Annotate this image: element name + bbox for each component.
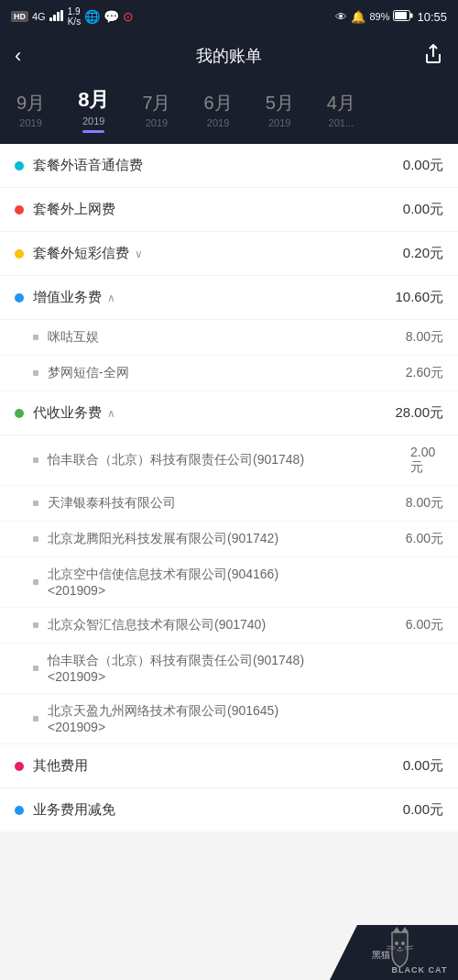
- tab-may[interactable]: 5月 2019: [249, 91, 311, 128]
- dot-other: [15, 762, 24, 771]
- tab-aug[interactable]: 8月 2019: [61, 86, 125, 133]
- status-right: 👁 🔔 89% 10:55: [335, 10, 447, 24]
- sub-label-咪咕: 咪咕互娱: [48, 329, 406, 346]
- carrier-icon: 🌐: [84, 9, 100, 24]
- app-header: ‹ 我的账单: [0, 33, 458, 79]
- tab-apr[interactable]: 4月 201...: [311, 91, 372, 128]
- label-other: 其他费用: [33, 757, 403, 775]
- dot-vas: [15, 293, 24, 303]
- svg-rect-5: [395, 12, 407, 19]
- bill-item-discount[interactable]: 业务费用减免 0.00元: [0, 788, 458, 831]
- svg-point-11: [395, 941, 398, 945]
- amount-voice: 0.00元: [403, 157, 443, 174]
- amount-vas: 10.60元: [395, 289, 443, 306]
- svg-text:BLACK CAT: BLACK CAT: [392, 965, 448, 974]
- share-button[interactable]: [423, 44, 443, 69]
- sub-amount-梦网: 2.60元: [406, 365, 443, 381]
- month-tabs: 9月 2019 8月 2019 7月 2019 6月 2019 5月 2019 …: [0, 79, 458, 144]
- label-discount: 业务费用减免: [33, 801, 403, 819]
- svg-rect-1: [53, 15, 56, 21]
- sub-item-咪咕: 咪咕互娱 8.00元: [0, 320, 458, 356]
- sub-label-tianjin: 天津银泰科技有限公司: [48, 495, 406, 512]
- app-icon-red: ⊙: [123, 9, 134, 24]
- sub-label-zhongzhi: 北京众智汇信息技术有限公司(901740): [48, 617, 406, 633]
- sub-dot-zhongzhi: [33, 622, 38, 628]
- sub-amount-zhongzhi: 6.00元: [406, 617, 443, 633]
- sub-label-kongzhong: 北京空中信使信息技术有限公司(904166)<201909>: [48, 567, 443, 598]
- svg-rect-0: [49, 17, 52, 21]
- sub-label-tianying: 北京天盈九州网络技术有限公司(901645)<201909>: [48, 703, 443, 734]
- expand-icon-sms: ∨: [135, 248, 143, 260]
- label-sms: 套餐外短彩信费 ∨: [33, 245, 403, 262]
- expand-icon-proxy: ∧: [107, 407, 115, 420]
- sub-dot-tianjin: [33, 501, 38, 506]
- amount-other: 0.00元: [403, 757, 443, 775]
- label-proxy: 代收业务费 ∧: [33, 404, 395, 422]
- alarm-icon: 🔔: [351, 10, 365, 24]
- dot-voice: [15, 161, 24, 171]
- signal-4g: 4G: [32, 11, 46, 22]
- svg-text:黑猫: 黑猫: [372, 950, 390, 960]
- sub-item-梦网: 梦网短信-全网 2.60元: [0, 356, 458, 391]
- svg-rect-2: [57, 12, 60, 21]
- sub-amount-longteng: 6.00元: [406, 531, 443, 547]
- label-voice: 套餐外语音通信费: [33, 157, 403, 174]
- sub-dot-yifeng2: [33, 666, 38, 671]
- svg-rect-6: [410, 13, 413, 17]
- dot-discount: [15, 806, 24, 815]
- speed-indicator: 1.9K/s: [68, 6, 81, 27]
- amount-discount: 0.00元: [403, 801, 443, 819]
- dot-sms: [15, 249, 24, 259]
- dot-data: [15, 205, 24, 215]
- sub-dot-yifeng1: [33, 457, 38, 463]
- sub-dot-kongzhong: [33, 579, 38, 585]
- sub-item-yifeng2: 怡丰联合（北京）科技有限责任公司(901748)<201909>: [0, 644, 458, 694]
- tab-sep[interactable]: 9月 2019: [0, 91, 61, 128]
- amount-sms: 0.20元: [403, 245, 443, 262]
- bill-item-proxy[interactable]: 代收业务费 ∧ 28.00元: [0, 391, 458, 435]
- label-data: 套餐外上网费: [33, 201, 403, 218]
- svg-point-12: [401, 941, 405, 945]
- sub-item-longteng: 北京龙腾阳光科技发展有限公司(901742) 6.00元: [0, 522, 458, 557]
- sub-dot-longteng: [33, 536, 38, 542]
- eye-icon: 👁: [335, 10, 347, 24]
- page-title: 我的账单: [196, 45, 262, 67]
- amount-proxy: 28.00元: [395, 404, 443, 422]
- dot-proxy: [15, 409, 24, 418]
- sub-amount-yifeng1: 2.00元: [410, 445, 443, 476]
- sub-label-yifeng2: 怡丰联合（北京）科技有限责任公司(901748)<201909>: [48, 653, 443, 684]
- hd-badge: HD: [11, 11, 28, 22]
- expand-icon-vas: ∧: [107, 292, 115, 304]
- wifi-icon: [49, 10, 64, 24]
- status-left: HD 4G 1.9K/s 🌐 💬 ⊙: [11, 6, 134, 27]
- back-button[interactable]: ‹: [15, 44, 21, 68]
- sub-dot-咪咕: [33, 335, 38, 340]
- bill-item-vas[interactable]: 增值业务费 ∧ 10.60元: [0, 276, 458, 320]
- battery-percent: 89%: [369, 11, 389, 22]
- bill-item-other[interactable]: 其他费用 0.00元: [0, 744, 458, 788]
- main-content: 套餐外语音通信费 0.00元 套餐外上网费 0.00元 套餐外短彩信费 ∨ 0.…: [0, 144, 458, 980]
- bill-item-voice[interactable]: 套餐外语音通信费 0.00元: [0, 144, 458, 188]
- sub-amount-tianjin: 8.00元: [406, 495, 443, 512]
- sub-label-梦网: 梦网短信-全网: [48, 365, 406, 381]
- sub-item-tianying: 北京天盈九州网络技术有限公司(901645)<201909>: [0, 694, 458, 744]
- status-bar: HD 4G 1.9K/s 🌐 💬 ⊙ 👁 🔔 89% 10:55: [0, 0, 458, 33]
- amount-data: 0.00元: [403, 201, 443, 218]
- svg-rect-3: [60, 10, 63, 21]
- tab-jul[interactable]: 7月 2019: [125, 91, 187, 128]
- battery-icon: [393, 10, 413, 24]
- sub-item-tianjin: 天津银泰科技有限公司 8.00元: [0, 486, 458, 522]
- sub-item-zhongzhi: 北京众智汇信息技术有限公司(901740) 6.00元: [0, 608, 458, 644]
- sub-label-yifeng1: 怡丰联合（北京）科技有限责任公司(901748): [48, 452, 410, 468]
- bill-item-data[interactable]: 套餐外上网费 0.00元: [0, 188, 458, 232]
- black-cat-container[interactable]: 黑猫 BLACK CAT: [330, 925, 458, 980]
- sub-item-yifeng1: 怡丰联合（北京）科技有限责任公司(901748) 2.00元: [0, 435, 458, 486]
- sub-item-kongzhong: 北京空中信使信息技术有限公司(904166)<201909>: [0, 557, 458, 608]
- wechat-icon: 💬: [104, 9, 119, 24]
- label-vas: 增值业务费 ∧: [33, 289, 395, 306]
- bill-card: 套餐外语音通信费 0.00元 套餐外上网费 0.00元 套餐外短彩信费 ∨ 0.…: [0, 144, 458, 831]
- time: 10:55: [417, 10, 447, 24]
- svg-point-13: [398, 947, 400, 949]
- tab-jun[interactable]: 6月 2019: [188, 91, 249, 128]
- bill-item-sms[interactable]: 套餐外短彩信费 ∨ 0.20元: [0, 232, 458, 276]
